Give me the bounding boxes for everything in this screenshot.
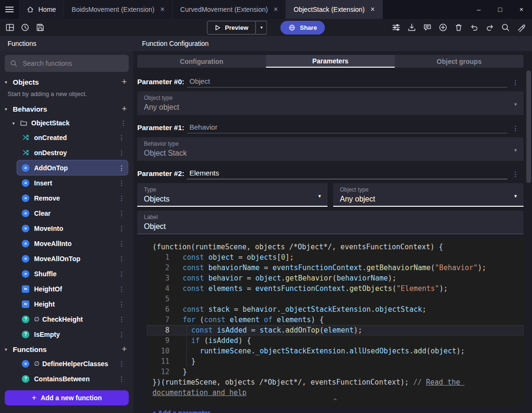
section-functions[interactable]: ▾ Functions +	[0, 342, 133, 356]
parameter-name-input[interactable]: Behavior	[187, 123, 507, 133]
history-icon[interactable]	[19, 21, 31, 34]
add-function-plus-button[interactable]: +	[122, 344, 127, 354]
function-item-height[interactable]: fxHeight⋮	[17, 297, 128, 311]
function-item-definehelperclasses[interactable]: »∅DefineHelperClasses⋮	[17, 356, 128, 371]
maximize-button[interactable]: □	[489, 0, 511, 19]
editor-expand-icon[interactable]: ^	[147, 398, 523, 405]
add-parameter-button[interactable]: + Add a parameter	[152, 409, 532, 413]
function-item-containsbetween[interactable]: ?ContainsBetween⋮	[17, 371, 128, 386]
overflow-menu-icon[interactable]: ⋮	[118, 210, 125, 217]
section-behaviors[interactable]: ▾ Behaviors +	[0, 102, 133, 116]
overflow-menu-icon[interactable]: ⋮	[118, 300, 125, 308]
code-line[interactable]: 10 runtimeScene._objectStackExtension.al…	[147, 346, 523, 356]
behavior-type-field[interactable]: Behavior typeObject Stack▾	[137, 137, 523, 161]
undo-icon[interactable]	[468, 21, 480, 34]
label-field[interactable]: LabelObject	[137, 211, 523, 234]
close-tab-icon[interactable]: ×	[370, 6, 374, 13]
overflow-menu-icon[interactable]: ⋮	[118, 255, 125, 263]
type-field[interactable]: TypeObjects▾	[137, 183, 328, 207]
hamburger-menu-icon[interactable]	[0, 0, 19, 19]
tab-boidsmovement-extension[interactable]: BoidsMovement (Extension)×	[64, 0, 172, 19]
overflow-menu-icon[interactable]: ⋮	[118, 134, 125, 141]
function-item-remove[interactable]: »Remove⋮	[17, 191, 128, 205]
close-button[interactable]: ×	[511, 0, 532, 19]
add-behavior-button[interactable]: +	[122, 104, 127, 114]
parameter-options-icon[interactable]: ⋮	[507, 79, 523, 88]
add-object-button[interactable]: +	[122, 77, 127, 87]
function-item-ondestroy[interactable]: onDestroy⋮	[17, 145, 128, 160]
redo-icon[interactable]	[484, 21, 496, 34]
tab-parameters[interactable]: Parameters	[266, 55, 395, 68]
code-line[interactable]: 11 }	[147, 356, 523, 367]
overflow-menu-icon[interactable]: ⋮	[118, 331, 125, 338]
overflow-menu-icon[interactable]: ⋮	[118, 285, 125, 293]
tab-object-groups[interactable]: Object groups	[395, 55, 523, 68]
object-type-field[interactable]: Object typeAny object▾	[333, 183, 523, 207]
share-button[interactable]: Share	[281, 21, 325, 35]
search-box[interactable]	[5, 55, 129, 72]
parameter-name-input[interactable]: Elements	[187, 169, 507, 179]
object-type-field[interactable]: Object typeAny object▾	[137, 91, 523, 115]
parameter-options-icon[interactable]: ⋮	[507, 124, 523, 133]
save-icon[interactable]	[34, 21, 46, 34]
publish-icon[interactable]	[406, 21, 418, 34]
main-scrollbar[interactable]	[526, 68, 531, 412]
code-line[interactable]: 5	[147, 294, 523, 304]
code-line[interactable]: 12}	[147, 367, 523, 377]
search-input[interactable]	[22, 59, 124, 68]
code-line[interactable]: 3const behavior = object.getBehavior(beh…	[147, 273, 523, 283]
parameter-name-input[interactable]: Object	[187, 77, 507, 88]
add-new-function-button[interactable]: + Add a new function	[5, 390, 129, 405]
function-item-oncreated[interactable]: onCreated⋮	[17, 130, 128, 145]
function-item-addontop[interactable]: »AddOnTop⋮	[17, 160, 128, 175]
overflow-menu-icon[interactable]: ⋮	[118, 164, 125, 172]
overflow-menu-icon[interactable]: ⋮	[118, 240, 125, 247]
minimize-button[interactable]: –	[468, 0, 489, 19]
overflow-menu-icon[interactable]: ⋮	[118, 225, 125, 232]
preview-button[interactable]: Preview	[207, 21, 256, 35]
function-item-shuffle[interactable]: »Shuffle⋮	[17, 266, 128, 281]
theme-icon[interactable]	[515, 21, 527, 34]
function-item-moveallontop[interactable]: »MoveAllOnTop⋮	[17, 251, 128, 266]
code-line[interactable]: 7for (const element of elements) {	[147, 315, 523, 325]
overflow-menu-icon[interactable]: ⋮	[120, 119, 127, 127]
panels-icon[interactable]	[4, 21, 16, 34]
close-tab-icon[interactable]: ×	[160, 6, 164, 13]
function-item-moveallinto[interactable]: »MoveAllInto⋮	[17, 236, 128, 251]
preview-options-chevron-icon[interactable]: ▾	[256, 21, 267, 35]
parameter-options-icon[interactable]: ⋮	[507, 170, 523, 179]
tab-home[interactable]: Home	[19, 0, 64, 19]
function-item-insert[interactable]: »Insert⋮	[17, 176, 128, 190]
close-tab-icon[interactable]: ×	[274, 6, 278, 13]
overflow-menu-icon[interactable]: ⋮	[118, 179, 125, 187]
function-item-isempty[interactable]: ?IsEmpty⋮	[17, 327, 128, 342]
add-icon[interactable]	[437, 21, 449, 34]
feedback-icon[interactable]	[421, 21, 434, 34]
tab-objectstack-extension[interactable]: ObjectStack (Extension)×	[286, 0, 383, 19]
search-icon[interactable]	[499, 21, 512, 34]
function-item-heightof[interactable]: fxHeightOf⋮	[17, 281, 128, 296]
overflow-menu-icon[interactable]: ⋮	[118, 316, 125, 323]
trash-icon[interactable]	[452, 21, 465, 34]
code-line[interactable]: 4const elements = eventsFunctionContext.…	[147, 283, 523, 294]
code-line[interactable]: 9 if (isAdded) {	[147, 335, 523, 346]
behavior-node-objectstack[interactable]: ▾ ObjectStack ⋮	[0, 116, 133, 130]
code-line[interactable]: 2const behaviorName = eventsFunctionCont…	[147, 263, 523, 273]
code-line[interactable]: 1const object = objects[0];	[147, 252, 523, 263]
code-line[interactable]: 8 const isAdded = stack.addOnTop(element…	[147, 325, 523, 335]
overflow-menu-icon[interactable]: ⋮	[118, 360, 125, 368]
scrollbar-thumb[interactable]	[526, 70, 531, 183]
overflow-menu-icon[interactable]: ⋮	[118, 194, 125, 202]
overflow-menu-icon[interactable]: ⋮	[118, 270, 125, 278]
function-item-moveinto[interactable]: »MoveInto⋮	[17, 221, 128, 236]
tab-configuration[interactable]: Configuration	[137, 55, 266, 68]
tab-curvedmovement-extension[interactable]: CurvedMovement (Extension)×	[173, 0, 286, 19]
function-item-clear[interactable]: »Clear⋮	[17, 206, 128, 220]
overflow-menu-icon[interactable]: ⋮	[118, 149, 125, 157]
code-line[interactable]: 6const stack = behavior._objectStackExte…	[147, 304, 523, 315]
overflow-menu-icon[interactable]: ⋮	[118, 375, 125, 383]
function-item-checkheight[interactable]: ?∅CheckHeight⋮	[17, 312, 128, 326]
debugger-icon[interactable]	[390, 21, 402, 34]
section-objects[interactable]: ▾ Objects +	[0, 75, 133, 89]
code-editor[interactable]: (function(runtimeScene, objects /*Object…	[147, 240, 523, 406]
